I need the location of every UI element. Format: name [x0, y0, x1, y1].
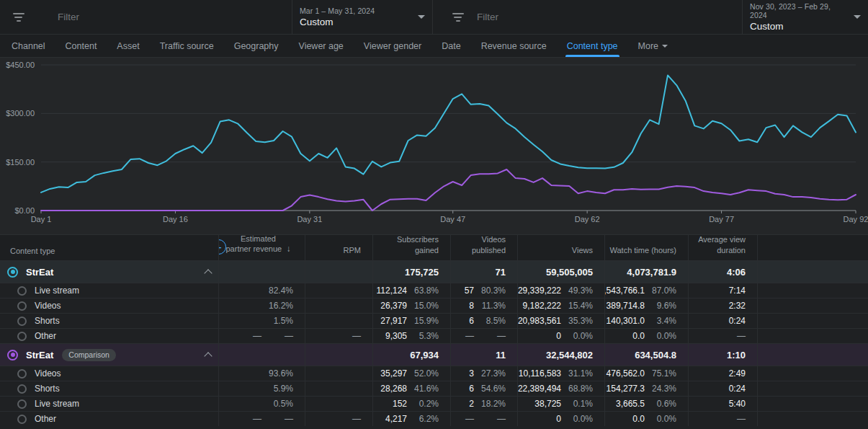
cell-views: 9,182,22215.4% [517, 298, 604, 313]
comparison-filter-input[interactable] [477, 12, 621, 22]
cell-value: 0:24 [729, 384, 746, 394]
column-header-videos-published[interactable]: Videospublished [450, 235, 517, 260]
group-row-comparison[interactable]: StrEatComparison67,9341132,544,802634,50… [0, 343, 868, 366]
date-preset-label: Custom [300, 17, 413, 27]
comparison-period-line [41, 169, 856, 211]
column-header-label: Estimatedpartner revenue ↓ [223, 235, 293, 255]
row-radio[interactable] [17, 301, 27, 311]
cell-percent: — [261, 331, 293, 341]
cell-percent: 0.2% [407, 399, 439, 409]
tab-channel[interactable]: Channel [1, 35, 55, 57]
tab-revenue-source[interactable]: Revenue source [471, 35, 557, 57]
cell-value: — [352, 414, 361, 424]
row-radio[interactable] [17, 384, 27, 394]
content-type-row-other[interactable]: Other———4,2176.2%——00.0%0.00.0%— [0, 411, 868, 426]
cell-value: 38,725 [534, 399, 561, 409]
cell-rpm: — [305, 329, 372, 343]
cell-views: 29,339,22249.3% [517, 283, 604, 298]
tab-label: More [638, 41, 658, 51]
group-row-current[interactable]: StrEat175,7257159,505,0054,073,781.94:06 [0, 260, 868, 283]
filter-input[interactable] [58, 12, 202, 22]
cell-value: 57 [465, 286, 474, 296]
cell-percent: 68.8% [561, 384, 593, 394]
date-range-picker-current[interactable]: Mar 1 – May 31, 2024 Custom [292, 0, 432, 34]
tab-label: Date [442, 41, 460, 51]
tab-viewer-gender[interactable]: Viewer gender [354, 35, 431, 57]
content-type-row-videos[interactable]: Videos16.2%26,37915.0%811.3%9,182,22215.… [0, 298, 868, 313]
content-type-row-videos[interactable]: Videos93.6%35,29752.0%327.3%10,116,58331… [0, 366, 868, 381]
cell-subscribers-gained: 26,37915.0% [372, 298, 450, 313]
cell-average-view-duration: 7:14 [688, 283, 757, 298]
column-header-estimated-partner-revenue[interactable]: Estimatedpartner revenue ↓+ [218, 235, 305, 260]
group-name-cell: StrEat [0, 261, 218, 283]
y-axis-label: $150.00 [6, 158, 35, 167]
cell-spacer [757, 397, 868, 411]
content-type-row-live-stream[interactable]: Live stream0.5%1520.2%218.2%38,7250.1%3,… [0, 396, 868, 411]
cell-value: 6 [469, 316, 474, 326]
row-radio[interactable] [17, 399, 27, 409]
tab-more[interactable]: More [628, 35, 678, 57]
column-header-rpm[interactable]: RPM [305, 235, 372, 260]
cell-value: 476,562.0 [607, 368, 645, 379]
cell-videos-published: 811.3% [450, 298, 517, 313]
tab-content-type[interactable]: Content type [557, 35, 628, 57]
tab-content[interactable]: Content [55, 35, 107, 57]
cell-value: — [465, 331, 474, 341]
row-name-cell: Videos [0, 366, 218, 381]
cell-value: 11 [496, 350, 506, 361]
cell-videos-published: —— [450, 329, 517, 343]
row-label: Shorts [35, 316, 60, 326]
cell-percent: 0.0% [561, 414, 593, 424]
cell-average-view-duration: 4:06 [688, 261, 757, 283]
comparison-series-radio[interactable] [7, 350, 18, 361]
cell-value: — [253, 331, 261, 341]
cell-value: 0:24 [729, 316, 746, 326]
cell-value: — [737, 331, 746, 341]
cell-subscribers-gained: 67,934 [372, 344, 450, 366]
cell-value: 0.0 [632, 331, 645, 341]
cell-average-view-duration: 5:40 [688, 397, 757, 411]
column-header-subscribers-gained[interactable]: Subscribersgained [372, 235, 450, 260]
date-range-label: Mar 1 – May 31, 2024 [300, 6, 413, 15]
content-type-row-other[interactable]: Other———9,3055.3%——00.0%0.00.0%— [0, 328, 868, 343]
cell-percent: 5.3% [407, 331, 439, 341]
row-radio[interactable] [17, 286, 27, 296]
group-name-cell: StrEatComparison [0, 344, 218, 366]
cell-spacer [757, 381, 868, 396]
content-type-row-live-stream[interactable]: Live stream82.4%112,12463.8%5780.3%29,33… [0, 283, 868, 298]
tab-traffic-source[interactable]: Traffic source [150, 35, 224, 57]
cell-percent: 18.2% [474, 399, 506, 409]
row-radio[interactable] [17, 317, 27, 326]
cell-watch-time: 140,301.03.4% [604, 314, 688, 328]
cell-value: 154,277.3 [607, 384, 645, 394]
collapse-chevron-icon[interactable] [205, 270, 211, 276]
current-series-radio[interactable] [7, 267, 18, 278]
date-range-picker-comparison[interactable]: Nov 30, 2023 – Feb 29, 2024 Custom [742, 0, 868, 34]
cell-videos-published: 327.3% [450, 366, 517, 381]
tab-viewer-age[interactable]: Viewer age [289, 35, 354, 57]
tab-geography[interactable]: Geography [224, 35, 289, 57]
tab-asset[interactable]: Asset [107, 35, 149, 57]
column-header-average-view-duration[interactable]: Average viewduration [688, 235, 757, 260]
row-label: Live stream [35, 286, 79, 296]
cell-value: 35,297 [380, 368, 407, 379]
column-header-watch-time-hours[interactable]: Watch time (hours) [604, 235, 688, 260]
column-header-views[interactable]: Views [517, 235, 604, 260]
row-label: Other [35, 331, 56, 341]
cell-percent: 0.5% [261, 399, 293, 409]
content-type-row-shorts[interactable]: Shorts5.9%28,26841.6%654.6%22,389,49468.… [0, 381, 868, 396]
cell-estimated-partner-revenue: 82.4% [218, 283, 305, 298]
row-radio[interactable] [17, 369, 27, 379]
revenue-chart: $0.00$150.00$300.00$450.00Day 1Day 16Day… [0, 58, 868, 234]
collapse-chevron-icon[interactable] [205, 353, 211, 359]
top-filter-bar: Mar 1 – May 31, 2024 Custom Nov 30, 2023… [0, 0, 868, 35]
cell-percent: 49.3% [561, 286, 593, 296]
tab-date[interactable]: Date [431, 35, 470, 57]
row-radio[interactable] [17, 332, 27, 341]
content-type-row-shorts[interactable]: Shorts1.5%27,91715.9%68.5%20,983,56135.3… [0, 313, 868, 328]
column-header-blank [757, 235, 868, 260]
cell-views: 20,983,56135.3% [517, 314, 604, 328]
row-radio[interactable] [17, 415, 27, 424]
cell-percent: 15.9% [407, 316, 439, 326]
x-axis-label: Day 47 [440, 215, 465, 224]
